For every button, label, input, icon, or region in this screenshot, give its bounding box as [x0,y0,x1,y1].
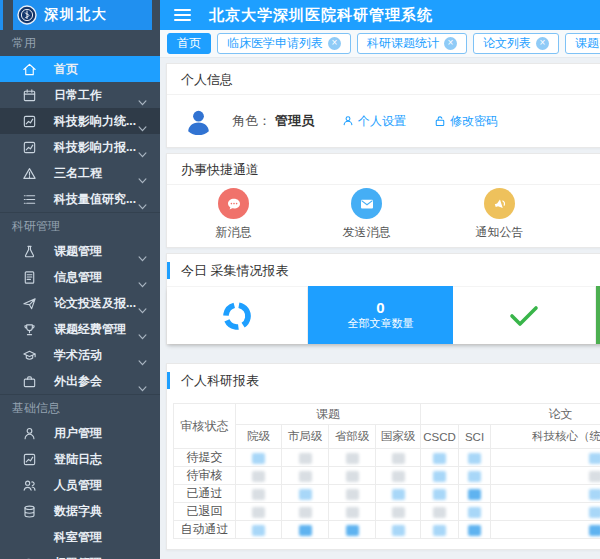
flask-icon [22,244,37,259]
value-cell[interactable] [491,449,600,467]
value-cell[interactable] [329,521,376,539]
value-cell[interactable] [459,521,491,539]
change-password-link[interactable]: 修改密码 [434,113,498,130]
sidebar-item-label: 登陆日志 [54,451,102,468]
all-articles-label: 全部文章数量 [348,316,414,331]
value-cell[interactable] [376,485,421,503]
sidebar-item[interactable]: 登陆日志 [0,446,160,472]
sidebar-item[interactable]: 科技量值研究... [0,186,160,212]
research-report-panel: 个人科研报表 审核状态课题论文院级市局级省部级国家级CSCDSCI科技核心（统计… [166,363,600,550]
value-cell[interactable] [459,485,491,503]
tab-close-icon[interactable]: × [328,37,341,50]
value-cell [282,467,329,485]
column-header: 省部级 [329,425,376,449]
sidebar-item[interactable]: 权限管理 [0,550,160,559]
sidebar-item[interactable]: 科室管理 [0,524,160,550]
role-value: 管理员 [275,113,314,128]
hospital-emblem-icon [17,5,37,25]
value-cell[interactable] [236,521,282,539]
redacted-value [392,525,405,536]
sidebar-item[interactable]: 科技影响力报... [0,134,160,160]
alert-icon [22,166,37,181]
value-cell[interactable] [376,521,421,539]
header-bar: 北京大学深圳医院科研管理系统 [160,0,600,30]
sidebar-item-label: 权限管理 [54,555,102,559]
value-cell[interactable] [459,449,491,467]
value-cell[interactable] [282,485,329,503]
tab-label: 临床医学申请列表 [227,35,323,52]
redacted-value [252,489,265,500]
sidebar-item[interactable]: 人员管理 [0,472,160,498]
tab[interactable]: 课题费用报表× [565,33,600,54]
value-cell[interactable] [421,521,459,539]
quick-action-通知公告[interactable]: 通知公告 [433,188,566,247]
value-cell [491,467,600,485]
value-cell[interactable] [459,503,491,521]
quick-action-label: 通知公告 [476,224,524,241]
tab[interactable]: 首页 [167,33,211,54]
sidebar-item-label: 数据字典 [54,503,102,520]
quick-action-label: 发送消息 [343,224,391,241]
value-cell[interactable] [282,521,329,539]
sidebar-item[interactable]: 三名工程 [0,160,160,186]
database-icon [22,504,37,519]
all-articles-stat-box[interactable]: 0 全部文章数量 [308,286,453,344]
tab[interactable]: 临床医学申请列表× [217,33,351,54]
value-cell [376,467,421,485]
value-cell [329,485,376,503]
sidebar-item[interactable]: 外出参会 [0,368,160,394]
value-cell[interactable] [421,449,459,467]
sidebar-item[interactable]: 论文投送及报... [0,290,160,316]
value-cell[interactable] [236,449,282,467]
value-cell[interactable] [491,503,600,521]
sidebar-item-label: 人员管理 [54,477,102,494]
hamburger-menu-icon[interactable] [174,9,191,21]
value-cell[interactable] [491,485,600,503]
sidebar-item[interactable]: 课题管理 [0,238,160,264]
sidebar-item[interactable]: 日常工作 [0,82,160,108]
value-cell[interactable] [421,467,459,485]
redacted-value [346,471,359,482]
plane-icon [22,296,37,311]
research-report-title: 个人科研报表 [167,364,600,396]
column-header: 市局级 [282,425,329,449]
logo-text: 深圳北大 [44,6,108,24]
tab-close-icon[interactable]: × [444,37,457,50]
value-cell [421,503,459,521]
sidebar-item[interactable]: 首页 [0,56,160,82]
personal-settings-link[interactable]: 个人设置 [342,113,406,130]
lock-icon [434,115,446,127]
redacted-value [589,453,600,464]
all-articles-count: 0 [376,299,384,316]
redacted-value [299,507,312,518]
research-report-table: 审核状态课题论文院级市局级省部级国家级CSCDSCI科技核心（统计源）期刊待提交… [173,403,600,539]
sidebar-item-label: 三名工程 [54,165,102,182]
avatar [183,106,214,137]
quick-action-新消息[interactable]: 新消息 [167,188,300,247]
redacted-value [468,489,481,500]
sidebar-item[interactable]: 学术活动 [0,342,160,368]
sidebar-item[interactable]: 信息管理 [0,264,160,290]
none-icon [22,530,37,545]
sidebar-item[interactable]: 用户管理 [0,420,160,446]
redacted-value [589,507,600,518]
redacted-value [299,471,312,482]
column-header: 科技核心（统计源）期刊 [491,425,600,449]
sidebar-item[interactable]: 课题经费管理 [0,316,160,342]
sidebar-item[interactable]: 数据字典 [0,498,160,524]
value-cell[interactable] [421,485,459,503]
sidebar-item[interactable]: 科技影响力统... [0,108,160,134]
value-cell [329,503,376,521]
quick-action-发送消息[interactable]: 发送消息 [300,188,433,247]
table-row: 自动通过 [174,521,600,539]
tab-close-icon[interactable]: × [536,37,549,50]
redacted-value [299,453,312,464]
value-cell[interactable] [491,521,600,539]
sidebar-item-label: 信息管理 [54,269,102,286]
tab[interactable]: 科研课题统计× [357,33,467,54]
redacted-value [433,471,446,482]
value-cell [236,467,282,485]
calendar-icon [22,88,37,103]
value-cell[interactable] [459,467,491,485]
tab[interactable]: 论文列表× [473,33,559,54]
